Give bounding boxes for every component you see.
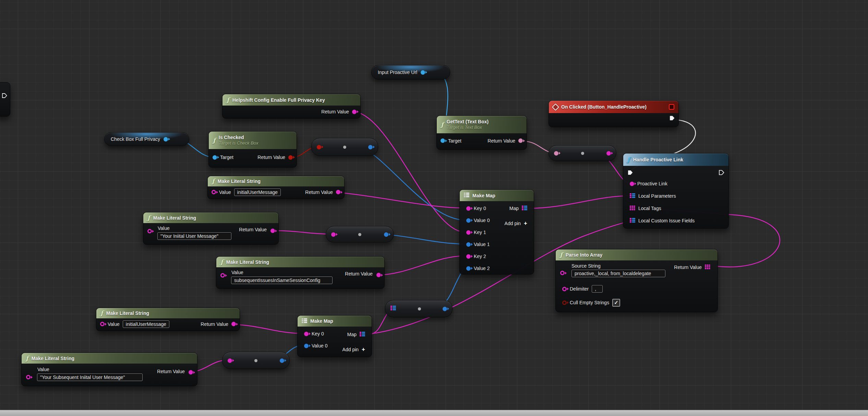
blueprint-graph-canvas[interactable]: Input Proactive Url Check Box Full Priva…	[0, 0, 868, 416]
value-in-pin[interactable]	[147, 229, 152, 233]
text-out-pin[interactable]	[368, 145, 373, 149]
value-in-pin[interactable]	[26, 375, 31, 379]
value-in-pin[interactable]	[100, 322, 105, 326]
pin-row: Local Custom Issue Fields	[626, 216, 698, 225]
text-out-pin[interactable]	[443, 307, 447, 311]
value-input[interactable]: "Your Subsequent Iniital User Message"	[37, 374, 143, 381]
return-value-pin[interactable]	[518, 138, 523, 143]
text-in-pin[interactable]	[554, 151, 558, 156]
proactive-link-pin[interactable]	[630, 182, 634, 186]
return-value-pin[interactable]	[376, 273, 381, 277]
conversion-node-string-to-text-1[interactable]	[326, 226, 394, 243]
return-value-pin[interactable]	[352, 110, 357, 114]
map-pin[interactable]	[630, 193, 635, 199]
conversion-node-map-to-text[interactable]	[385, 300, 453, 317]
node-parse-into-array[interactable]: ƒ Parse Into Array Source String proacti…	[555, 249, 718, 312]
value-0-pin[interactable]	[466, 218, 471, 223]
conversion-dot-icon	[418, 307, 421, 310]
node-make-literal-string-2[interactable]: ƒ Make Literal String Value "Your Iniita…	[143, 212, 279, 245]
value-in-pin[interactable]	[220, 273, 225, 278]
map-pin[interactable]	[630, 218, 635, 224]
return-value-pin[interactable]	[270, 229, 275, 233]
node-gettext-text-box[interactable]: ƒ GetText (Text Box) Target is Text Box …	[436, 115, 527, 150]
value-input[interactable]: "Your Iniital User Message"	[157, 232, 231, 240]
value-in-pin[interactable]	[212, 190, 216, 194]
node-offscreen-left[interactable]	[0, 82, 10, 117]
node-check-box-full-privacy[interactable]: Check Box Full Privacy	[104, 132, 189, 146]
value-input[interactable]: subsequentIssuesInSameSessionConfig	[231, 277, 333, 284]
pin-label: Key 0	[312, 331, 324, 337]
pin-label: Target	[448, 138, 461, 144]
return-value-pin[interactable]	[189, 370, 193, 375]
exec-in-pin[interactable]	[627, 170, 633, 176]
conversion-node-text-to-string[interactable]	[548, 145, 616, 161]
node-is-checked[interactable]: ƒ Is Checked Target is Check Box Target …	[208, 131, 297, 168]
map-out-pin[interactable]	[360, 332, 365, 338]
conversion-dot-icon	[358, 233, 361, 236]
return-value-pin[interactable]	[231, 322, 236, 326]
text-out-pin[interactable]	[280, 358, 284, 363]
node-title: GetText (Text Box)	[447, 119, 489, 125]
node-handle-proactive-link[interactable]: ƒ Handle Proactive Link Proactive Link L…	[623, 153, 729, 229]
object-out-pin[interactable]	[164, 137, 168, 142]
key-2-pin[interactable]	[466, 254, 471, 259]
target-in-pin[interactable]	[213, 155, 217, 160]
return-value-pin[interactable]	[336, 190, 340, 194]
key-1-pin[interactable]	[466, 230, 471, 235]
map-icon	[464, 193, 469, 198]
node-make-literal-string-1[interactable]: ƒ Make Literal String Value initialUserM…	[207, 176, 345, 199]
string-in-pin[interactable]	[331, 232, 336, 237]
horizontal-scrollbar[interactable]	[0, 410, 868, 416]
node-input-proactive-url[interactable]: Input Proactive Url	[371, 65, 450, 79]
pin-label: Return Value	[321, 109, 349, 114]
node-make-literal-string-3[interactable]: ƒ Make Literal String Value subsequentIs…	[216, 256, 385, 289]
map-out-pin[interactable]	[522, 206, 527, 211]
key-0-pin[interactable]	[466, 206, 471, 211]
exec-out-pin[interactable]	[719, 170, 724, 176]
exec-out-pin[interactable]	[2, 93, 7, 99]
add-pin-button[interactable]: Add pin +	[339, 345, 369, 354]
node-make-literal-string-4[interactable]: ƒ Make Literal String Value initialUserM…	[96, 308, 240, 331]
target-in-pin[interactable]	[441, 138, 445, 143]
source-string-in-pin[interactable]	[560, 271, 565, 275]
array-out-pin[interactable]	[705, 265, 710, 270]
function-icon: ƒ	[147, 215, 150, 221]
add-pin-button[interactable]: Add pin +	[501, 219, 531, 228]
cull-empty-strings-checkbox[interactable]: ✓	[612, 299, 620, 307]
delimiter-in-pin[interactable]	[562, 287, 567, 291]
return-value-pin[interactable]	[288, 155, 293, 160]
event-bind-icon	[669, 104, 674, 110]
conversion-node-string-to-text-2[interactable]	[222, 352, 290, 369]
pin-label: Key 2	[474, 254, 486, 259]
wire-mls2-to-pill-str1	[276, 231, 330, 234]
value-0-pin[interactable]	[304, 344, 309, 348]
pin-row: Local Tags	[626, 204, 665, 213]
value-input[interactable]: initialUserMessage	[123, 320, 169, 328]
text-out-pin[interactable]	[384, 232, 388, 237]
map-in-pin[interactable]	[390, 306, 396, 312]
node-on-clicked-button-handleproactive[interactable]: On Clicked (Button_HandleProactive)	[548, 100, 679, 127]
bool-in-pin[interactable]	[317, 145, 321, 149]
node-subtitle: Target is Check Box	[219, 140, 258, 146]
node-make-map-1[interactable]: Make Map Key 0 Value 0 Key 1 Value 1 Key…	[459, 189, 534, 274]
object-out-pin[interactable]	[421, 70, 425, 75]
value-2-pin[interactable]	[466, 266, 471, 271]
node-helpshift-config-enable-full-privacy-key[interactable]: ƒ Helpshift Config Enable Full Privacy K…	[222, 94, 361, 119]
value-input[interactable]: initialUserMessage	[234, 188, 281, 196]
function-icon: ƒ	[560, 252, 563, 258]
value-1-pin[interactable]	[466, 242, 471, 247]
string-in-pin[interactable]	[228, 358, 232, 363]
source-string-input[interactable]: proactive,_local, from_localdelegate	[571, 270, 665, 277]
key-0-pin[interactable]	[304, 332, 309, 336]
node-make-literal-string-5[interactable]: ƒ Make Literal String Value "Your Subseq…	[21, 353, 197, 386]
node-make-map-2[interactable]: Make Map Key 0 Value 0 Map Add pin +	[297, 315, 372, 357]
string-out-pin[interactable]	[606, 151, 611, 156]
conversion-node-bool-to-text[interactable]	[311, 138, 378, 156]
array-pin[interactable]	[630, 206, 635, 211]
cull-empty-strings-in-pin[interactable]	[562, 301, 567, 305]
pin-label: Map	[509, 206, 519, 211]
node-title: Is Checked	[219, 135, 258, 141]
node-title: Make Literal String	[153, 215, 196, 221]
exec-out-pin[interactable]	[669, 115, 675, 122]
delimiter-input[interactable]: ,	[592, 285, 603, 293]
